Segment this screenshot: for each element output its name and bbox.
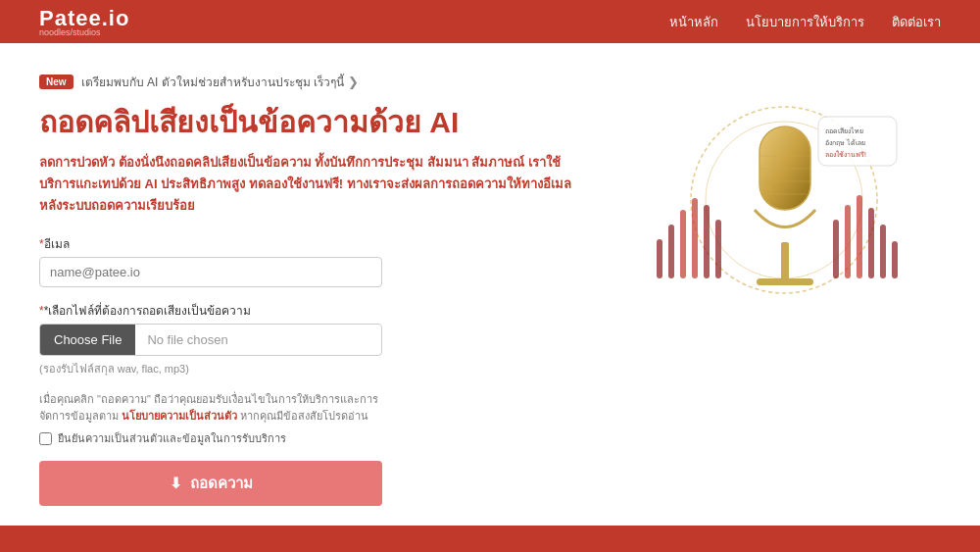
no-file-text: No file chosen	[135, 332, 239, 347]
choose-file-button[interactable]: Choose File	[40, 325, 135, 355]
svg-rect-11	[868, 208, 874, 278]
submit-label: ถอดความ	[190, 472, 253, 495]
svg-rect-12	[880, 225, 886, 278]
terms-text: เมื่อคุณคลิก "ถอดความ" ถือว่าคุณยอมรับเง…	[39, 391, 382, 424]
svg-rect-4	[680, 210, 686, 278]
submit-button[interactable]: ⬇ ถอดความ	[39, 461, 382, 506]
svg-rect-10	[857, 195, 862, 278]
hero-left: New เตรียมพบกับ AI ตัวใหม่ช่วยสำหรับงานป…	[39, 73, 588, 506]
mic-svg: ถอดเสียงไทย อังกฤษ ได้เลย ลองใช้งานฟรี!	[627, 82, 921, 357]
email-field[interactable]	[39, 257, 382, 287]
checkbox-label: ยืนยันความเป็นส่วนตัวและข้อมูลในการรับบร…	[58, 429, 286, 447]
svg-rect-7	[715, 220, 721, 278]
navbar: Patee.io noodles/studios หน้าหลัก นโยบาย…	[0, 0, 980, 43]
hero-title: ถอดคลิปเสียงเป็นข้อความด้วย AI	[39, 105, 588, 140]
new-badge: New	[39, 75, 74, 89]
logo: Patee.io noodles/studios	[39, 6, 129, 37]
mic-visual: ถอดเสียงไทย อังกฤษ ได้เลย ลองใช้งานฟรี!	[627, 82, 921, 357]
file-label: **เลือกไฟล์ที่ต้องการถอดเสียงเป็นข้อความ	[39, 301, 588, 320]
file-hint: (รองรับไฟล์สกุล wav, flac, mp3)	[39, 360, 588, 377]
nav-links: หน้าหลัก นโยบายการให้บริการ ติดต่อเรา	[669, 12, 941, 32]
svg-text:ถอดเสียงไทย: ถอดเสียงไทย	[825, 126, 863, 134]
hero-section: New เตรียมพบกับ AI ตัวใหม่ช่วยสำหรับงานป…	[0, 43, 980, 506]
submit-icon: ⬇	[170, 475, 182, 492]
checkbox-row: ยืนยันความเป็นส่วนตัวและข้อมูลในการรับบร…	[39, 429, 382, 447]
svg-rect-13	[892, 241, 898, 278]
svg-rect-20	[757, 278, 813, 285]
terms-link[interactable]: นโยบายความเป็นส่วนตัว	[122, 410, 237, 422]
announcement-arrow: ❯	[348, 75, 359, 89]
hero-right: ถอดเสียงไทย อังกฤษ ได้เลย ลองใช้งานฟรี!	[608, 82, 941, 357]
transcribe-form: *อีเมล **เลือกไฟล์ที่ต้องการถอดเสียงเป็น…	[39, 234, 588, 506]
file-label-text: *เลือกไฟล์ที่ต้องการถอดเสียงเป็นข้อความ	[44, 304, 252, 318]
nav-contact[interactable]: ติดต่อเรา	[892, 12, 941, 32]
svg-rect-3	[668, 225, 674, 278]
svg-rect-19	[781, 242, 789, 281]
terms-checkbox[interactable]	[39, 432, 52, 445]
email-label-text: อีเมล	[44, 237, 70, 251]
svg-rect-5	[692, 198, 698, 278]
svg-rect-6	[704, 205, 710, 278]
svg-text:ลองใช้งานฟรี!: ลองใช้งานฟรี!	[825, 150, 866, 158]
nav-policy[interactable]: นโยบายการให้บริการ	[746, 12, 864, 32]
announcement-bar: New เตรียมพบกับ AI ตัวใหม่ช่วยสำหรับงานป…	[39, 73, 588, 91]
svg-rect-9	[845, 205, 851, 278]
file-input-row: Choose File No file chosen	[39, 324, 382, 356]
file-section: **เลือกไฟล์ที่ต้องการถอดเสียงเป็นข้อความ…	[39, 301, 588, 377]
svg-rect-8	[833, 220, 839, 278]
announcement-text: เตรียมพบกับ AI ตัวใหม่ช่วยสำหรับงานประชุ…	[81, 73, 344, 91]
svg-rect-14	[760, 126, 810, 210]
svg-rect-2	[657, 239, 662, 278]
stats-section: 1500+ นาทีที่ถอดความ 60+ ไฟล์เสียงที่ส่ง…	[0, 526, 980, 552]
nav-home[interactable]: หน้าหลัก	[669, 12, 718, 32]
svg-text:อังกฤษ ได้เลย: อังกฤษ ได้เลย	[825, 138, 865, 147]
email-label: *อีเมล	[39, 234, 588, 253]
hero-desc: ลดการปวดหัว ต้องนั่งนึงถอดคลิปเสียงเป็นข…	[39, 152, 588, 217]
